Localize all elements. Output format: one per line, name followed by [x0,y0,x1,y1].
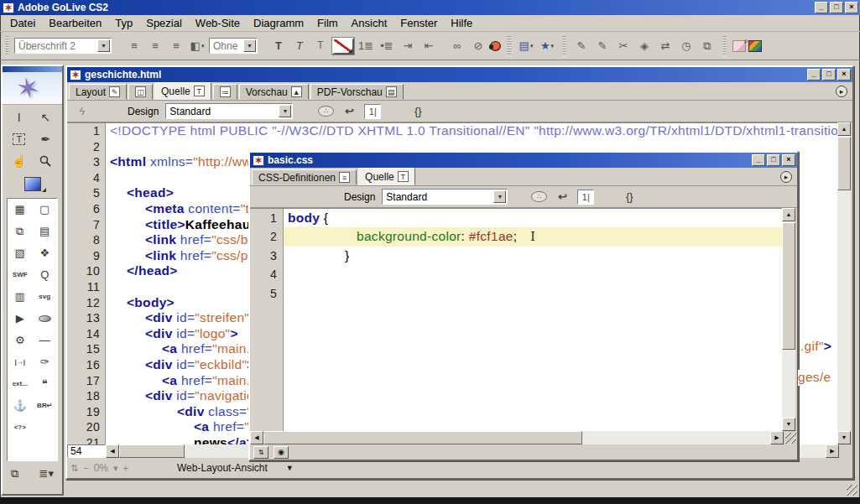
align-right-icon[interactable]: ≡ [167,37,185,55]
document-titlebar[interactable]: ✶ geschichte.html _ □ × [67,67,852,82]
code-line[interactable]: 1<!DOCTYPE html PUBLIC "-//W3C//DTD XHTM… [67,123,839,139]
tab-frame-editor[interactable]: ◫ [128,84,153,100]
smart-object-icon[interactable]: ❖ [34,246,55,260]
anchor-icon[interactable]: ⚓ [10,398,30,413]
tab-preview[interactable]: Vorschau▲ [239,84,309,100]
scroll-right-icon[interactable]: ▶ [826,444,839,458]
paragraph-format-dropdown[interactable]: Überschrift 2▼ [14,38,112,54]
hand-tool-icon[interactable]: ☝ [8,152,30,170]
image-icon[interactable]: ▧ [10,246,30,260]
menu-item-ansicht[interactable]: Ansicht [345,16,394,30]
dropdown-arrow-icon[interactable]: ▼ [243,39,256,52]
doc-minimize-button[interactable]: _ [807,69,821,81]
duplicate-icon[interactable]: ⧉ [698,37,717,55]
maximize-button[interactable]: □ [830,2,843,13]
braces-navigation-icon[interactable]: {} [409,104,426,119]
eyedropper-tool-icon[interactable]: ✒ [34,130,56,148]
css-scroll-left-icon[interactable]: ◀ [250,431,263,444]
color-well[interactable] [24,177,41,191]
scroll-down-icon[interactable]: ▼ [837,431,851,444]
css-scroll-up-icon[interactable]: ▲ [782,208,795,221]
zoom-in-icon[interactable]: + [123,463,128,473]
palette-menu-icon[interactable]: ≣▾ [39,467,54,481]
bullet-list-icon[interactable]: •≣ [378,37,396,55]
swf-icon[interactable]: SWF [10,268,30,282]
italic-icon[interactable]: T [290,37,309,55]
word-wrap-icon[interactable]: ↩ [341,104,357,119]
code-line[interactable]: 1body { [250,209,784,227]
menu-item-typ[interactable]: Typ [108,16,139,30]
php-icon[interactable]: <?> [10,420,30,434]
ext-object-icon[interactable]: ext... [10,377,30,391]
panel-toggle-icon[interactable]: ⧉ [11,467,18,481]
text-edit-tool-icon[interactable]: I [8,108,30,127]
tab-pdf-preview[interactable]: PDF-Vorschau▤ [310,84,404,100]
syntax-lightning-icon[interactable]: ϟ [74,104,91,119]
bold-icon[interactable]: T [269,37,288,55]
close-button[interactable]: × [845,2,858,13]
split-source-icon[interactable]: ◈ [635,37,654,55]
css-maximize-button[interactable]: □ [767,154,780,166]
menu-item-diagramm[interactable]: Diagramm [247,16,310,30]
java-bean-icon[interactable] [39,315,51,322]
quicktime-icon[interactable]: Q [34,268,55,282]
text-color-icon[interactable]: ◧▾ [188,37,206,55]
line-numbers-toggle[interactable]: 1| [364,104,381,119]
upload-modified-icon[interactable]: ◷ [677,37,696,55]
app-resize-grip[interactable] [847,485,857,496]
doc-vscroll-thumb[interactable] [837,137,851,190]
dropdown-arrow-icon[interactable]: ▼ [493,190,506,203]
layout-grid-icon[interactable]: ▦ [10,202,30,216]
css-syntax-highlight-palette-icon[interactable]: ∴ [531,191,547,202]
align-center-icon[interactable]: ≡ [146,37,164,55]
tab-css-definitions[interactable]: CSS-Definitionen≡ [252,169,357,185]
spacer-icon[interactable]: |→| [10,355,30,369]
edit-link-pen-icon[interactable]: ✎ [593,37,612,55]
menu-item-hilfe[interactable]: Hilfe [444,16,479,30]
menu-item-datei[interactable]: Datei [3,16,42,30]
numbered-list-icon[interactable]: 1≣ [357,37,375,55]
dropdown-arrow-icon[interactable]: ▼ [97,39,110,52]
css-titlebar[interactable]: ✶ basic.css _ □ × [250,153,797,168]
play-button-icon[interactable]: ▶ [10,311,30,325]
css-word-wrap-icon[interactable]: ↩ [554,190,571,205]
create-link-pen-icon[interactable]: ✎ [572,37,591,55]
doc-close-button[interactable]: × [837,69,851,81]
menu-item-bearbeiten[interactable]: Bearbeiten [42,16,108,30]
line-break-icon[interactable]: BR↵ [34,398,55,413]
zoom-tool-icon[interactable] [34,152,56,170]
preview-check-icon[interactable] [732,40,746,52]
layout-region-icon[interactable]: ▢ [34,202,55,216]
css-preview-eye-icon[interactable]: ◉ [274,446,289,459]
plugin-icon[interactable]: ⚙ [10,333,30,347]
zoom-dropdown-icon[interactable]: ▾ [113,463,118,474]
view-mode-dropdown-icon[interactable]: ▼ [286,464,294,472]
tab-layout[interactable]: Layout✎ [69,84,127,100]
favorites-star-icon[interactable]: ★▾ [538,37,556,55]
selection-arrow-tool-icon[interactable]: ↖ [34,108,56,127]
css-braces-navigation-icon[interactable]: {} [621,190,638,205]
real-media-icon[interactable]: ▥ [10,289,30,304]
design-theme-dropdown[interactable]: Standard ▼ [165,103,293,119]
script-icon[interactable]: ✑ [34,355,55,369]
doc-panel-menu-button[interactable]: ▸ [836,86,847,97]
app-titlebar[interactable]: ✶ Adobe GoLive CS2 _ □ × [0,0,860,15]
code-text[interactable] [284,284,784,303]
unlink-icon[interactable]: ⊘ [469,37,487,55]
css-design-theme-dropdown[interactable]: Standard ▼ [382,189,508,205]
menu-item-spezial[interactable]: Spezial [139,16,189,30]
code-line[interactable]: 2background-color: #fcf1ae;I [250,227,784,246]
code-text[interactable]: body { [284,209,784,227]
syntax-check-bug-icon[interactable] [490,41,501,51]
indent-less-icon[interactable]: ⇤ [420,37,438,55]
css-hscroll-thumb[interactable] [263,431,582,444]
scroll-left-icon[interactable]: ◀ [106,444,119,458]
code-text[interactable]: } [284,247,784,265]
object-selection-tool-icon[interactable]: T [8,130,30,148]
zoom-out-icon[interactable]: − [83,463,88,473]
css-resize-grip[interactable] [785,433,796,444]
toolbox-header[interactable]: ✶ [3,66,62,105]
css-line-numbers-toggle[interactable]: 1| [577,190,594,205]
no-color-swatch[interactable] [332,38,354,55]
link-icon[interactable]: ∞ [448,37,466,55]
